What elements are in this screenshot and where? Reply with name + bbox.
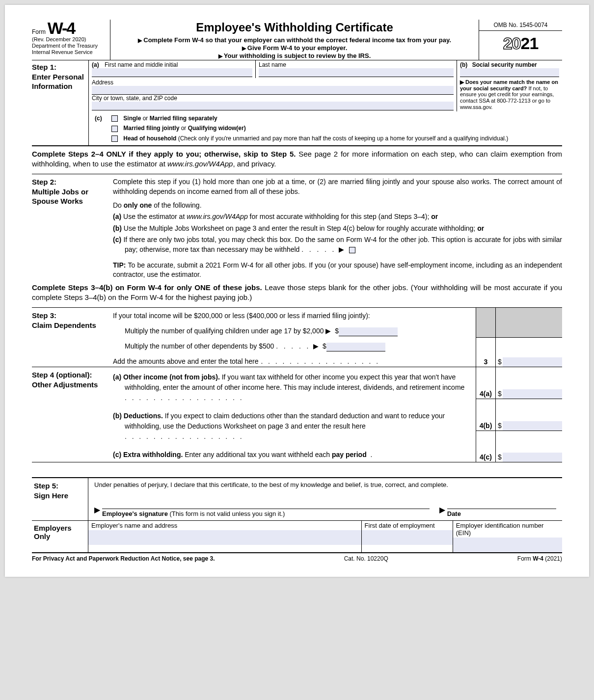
footer-right: Form W-4 (2021) (517, 555, 562, 562)
checkbox-mfj[interactable] (111, 126, 118, 132)
step2-intro: Complete this step if you (1) hold more … (113, 177, 562, 196)
step3-amtcol: $ (496, 308, 562, 367)
step2-opt-c: (c) If there are only two jobs total, yo… (113, 235, 562, 254)
filing-status-mfj: Married filing jointly or Qualifying wid… (92, 123, 559, 133)
line-4b-input[interactable] (503, 421, 562, 431)
employer-name-label: Employer's name and address (88, 521, 361, 530)
step1-num: Step 1: (32, 63, 56, 71)
page-footer: For Privacy Act and Paperwork Reduction … (32, 553, 562, 562)
step2-label: Step 2: Multiple Jobs or Spouse Works (32, 177, 113, 279)
checkbox-single[interactable] (111, 115, 118, 122)
step4-amtcol: $ $ $ (496, 367, 562, 462)
step4-numcol: 4(a) 4(b) 4(c) (476, 367, 496, 462)
intermission-1: Complete Steps 2–4 ONLY if they apply to… (32, 146, 562, 174)
step2-opt-b: (b) Use the Multiple Jobs Worksheet on p… (113, 224, 562, 234)
step3-intro: If your total income will be $200,000 or… (113, 311, 473, 321)
year-outline: 20 (503, 34, 521, 53)
filing-status-hoh: Head of household (Check only if you're … (92, 134, 559, 143)
step4a: (a) Other income (not from jobs). If you… (113, 372, 473, 403)
instruction-2: Give Form W-4 to your employer. (113, 44, 476, 52)
opt-hoh-note: (Check only if you're unmarried and pay … (176, 135, 508, 142)
filing-status-block: (c) Single or Married filing separately … (88, 111, 562, 145)
step2-num: Step 2: (32, 178, 56, 186)
header-right: OMB No. 1545-0074 2021 (479, 20, 562, 60)
opt-single: Single (123, 115, 141, 122)
step5-block: Step 5: Sign Here Under penalties of per… (32, 477, 562, 521)
step4-body: (a) Other income (not from jobs). If you… (113, 367, 476, 462)
signature-line: ▶ Employee's signature (This form is not… (94, 505, 556, 517)
line-3-num: 3 (476, 338, 495, 367)
step2-opt-a: (a) Use the estimator at www.irs.gov/W4A… (113, 212, 562, 222)
step3-numcol: 3 (476, 308, 496, 367)
step3-label: Step 3: Claim Dependents (32, 308, 113, 367)
first-date-label: First date of employment (362, 521, 453, 530)
first-name-cell: (a) First name and middle initial (88, 60, 255, 78)
date-field[interactable]: Date (447, 509, 556, 517)
line-4c-num: 4(c) (476, 431, 495, 462)
employers-only-block: Employers Only Employer's name and addre… (32, 521, 562, 553)
city-label: City or town, state, and ZIP code (92, 95, 177, 102)
step4c: (c) Extra withholding. Enter any additio… (113, 450, 473, 460)
omb-number: OMB No. 1545-0074 (479, 20, 562, 31)
children-amount-input[interactable] (339, 327, 398, 336)
header-left: Form W-4 (Rev. December 2020) Department… (32, 20, 110, 60)
employer-name-cell: Employer's name and address (88, 521, 362, 552)
ein-input[interactable] (453, 538, 562, 552)
employer-name-input[interactable] (88, 530, 361, 545)
first-name-input[interactable] (92, 68, 252, 77)
line-4c-input[interactable] (503, 453, 562, 462)
signature-arrow-icon: ▶ (94, 505, 102, 517)
header-middle: Employee's Withholding Certificate Compl… (110, 20, 479, 60)
first-date-input[interactable] (362, 530, 453, 545)
inter1-bold: Complete Steps 2–4 ONLY if they apply to… (32, 150, 296, 158)
year-solid: 21 (521, 34, 539, 53)
line-3-amt: $ (496, 338, 562, 367)
inter2-bold: Complete Steps 3–4(b) on Form W-4 for on… (32, 283, 262, 292)
intermission-2: Complete Steps 3–4(b) on Form W-4 for on… (32, 280, 562, 308)
revision: (Rev. December 2020) (32, 36, 108, 43)
first-name-label: First name and middle initial (105, 61, 178, 68)
step3-body: If your total income will be $200,000 or… (113, 308, 476, 367)
line-3-input[interactable] (503, 357, 562, 367)
ssn-input[interactable] (460, 68, 559, 77)
address-label: Address (92, 79, 113, 86)
form-word: Form (32, 28, 46, 35)
opt-mfj: Married filing jointly (123, 125, 179, 132)
step2-body: Complete this step if you (1) hold more … (113, 177, 562, 279)
checkbox-hoh[interactable] (111, 135, 118, 142)
step1-sub: Enter Personal Information (32, 73, 84, 91)
step4b: (b) Deductions. If you expect to claim d… (113, 411, 473, 442)
signature-field[interactable]: Employee's signature (This form is not v… (102, 509, 430, 517)
date-arrow-icon: ▶ (439, 505, 447, 517)
step3-dependents-line: Multiply the number of other dependents … (125, 341, 473, 351)
dependents-amount-input[interactable] (326, 343, 385, 351)
line-4a-input[interactable] (503, 389, 562, 399)
address-cell: Address City or town, state, and ZIP cod… (88, 78, 457, 111)
perjury-declaration: Under penalties of perjury, I declare th… (94, 481, 556, 488)
step4-block: Step 4 (optional): Other Adjustments (a)… (32, 367, 562, 462)
line-4b-num: 4(b) (476, 399, 495, 431)
c-label: (c) (95, 115, 102, 122)
step5-body: Under penalties of perjury, I declare th… (88, 478, 562, 520)
opt-hoh: Head of household (123, 135, 176, 142)
step1-block: Step 1: Enter Personal Information (a) F… (32, 60, 562, 146)
checkbox-two-jobs[interactable] (349, 247, 355, 253)
step3-block: Step 3: Claim Dependents If your total i… (32, 307, 562, 367)
step2-sub: Multiple Jobs or Spouse Works (32, 188, 88, 206)
city-input[interactable] (92, 102, 454, 110)
w4app-link: www.irs.gov/W4App (167, 160, 233, 168)
tax-year: 2021 (479, 31, 562, 53)
step1-label: Step 1: Enter Personal Information (32, 60, 88, 145)
b-label: (b) (460, 61, 467, 68)
address-input[interactable] (92, 86, 454, 95)
form-header: Form W-4 (Rev. December 2020) Department… (32, 20, 562, 60)
last-name-input[interactable] (259, 68, 454, 77)
last-name-label: Last name (259, 61, 286, 68)
form-page: Form W-4 (Rev. December 2020) Department… (5, 5, 589, 577)
opt-mfs: Married filing separately (150, 115, 217, 122)
step3-children-line: Multiply the number of qualifying childr… (125, 326, 473, 336)
opt-qw: Qualifying widow(er) (188, 125, 246, 132)
form-title: Employee's Withholding Certificate (113, 21, 476, 34)
arrow-icon: ▶ (339, 245, 344, 253)
ein-label: Employer identification number (EIN) (453, 521, 562, 538)
